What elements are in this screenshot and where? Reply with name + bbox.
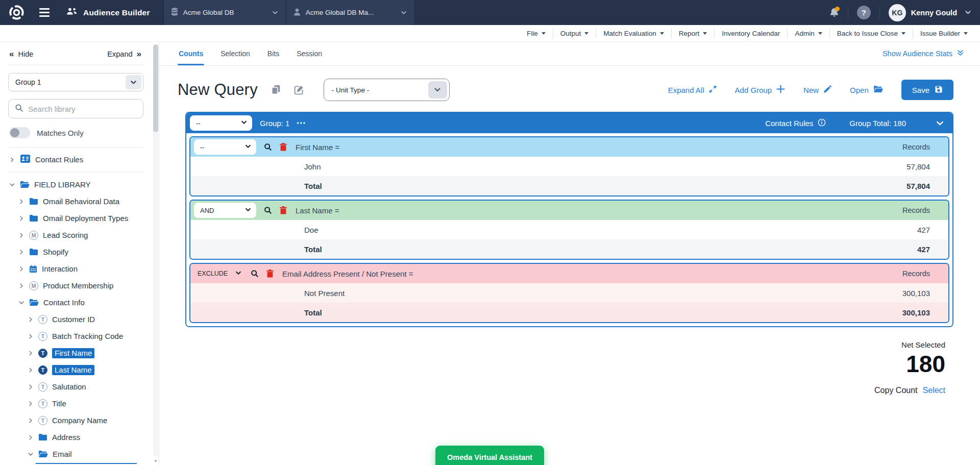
delete-criteria-icon[interactable] bbox=[266, 270, 274, 278]
tree-item-shopify[interactable]: Shopify bbox=[8, 243, 143, 260]
search-criteria-icon[interactable] bbox=[264, 206, 272, 214]
menu-item-back-to-issue-close[interactable]: Back to Issue Close bbox=[829, 29, 913, 38]
tree-item-omail-behavioral-data[interactable]: Omail Behavioral Data bbox=[8, 193, 143, 210]
menu-item-inventory-calendar[interactable]: Inventory Calendar bbox=[714, 29, 787, 38]
menu-item-admin[interactable]: Admin bbox=[787, 29, 829, 38]
expand-all-button[interactable]: Expand All bbox=[668, 85, 717, 94]
criteria-operator-select[interactable]: -- bbox=[194, 139, 256, 155]
open-query-button[interactable]: Open bbox=[850, 85, 883, 94]
folder-icon bbox=[38, 433, 47, 441]
scrollbar-thumb[interactable] bbox=[153, 44, 158, 132]
plus-icon bbox=[776, 85, 785, 95]
profile-selector[interactable]: Acme Global DB Ma... bbox=[286, 0, 415, 25]
tree-item-contact-info[interactable]: Contact Info bbox=[8, 294, 143, 311]
tree-item-title[interactable]: TTitle bbox=[8, 395, 143, 412]
save-button[interactable]: Save bbox=[901, 80, 953, 100]
omeda-logo-icon[interactable] bbox=[8, 4, 25, 21]
criteria-header: EXCLUDEEmail Address Present / Not Prese… bbox=[190, 264, 948, 283]
group-select[interactable]: Group 1 bbox=[8, 73, 143, 91]
folder-icon bbox=[29, 198, 38, 205]
menu-item-report[interactable]: Report bbox=[671, 29, 715, 38]
hamburger-menu-icon[interactable] bbox=[39, 8, 50, 17]
show-audience-stats-link[interactable]: Show Audience Stats bbox=[883, 48, 965, 59]
panel-controls: « Hide Expand » bbox=[8, 42, 143, 65]
expand-arrows-icon bbox=[709, 85, 717, 94]
tab-session[interactable]: Session bbox=[296, 42, 323, 65]
group-contact-rules-label: Contact Rules bbox=[765, 119, 813, 128]
caret-down-icon bbox=[703, 32, 707, 35]
pencil-icon bbox=[823, 85, 831, 95]
help-icon[interactable]: ? bbox=[857, 6, 871, 19]
collapse-group-chevron-icon[interactable] bbox=[936, 119, 944, 128]
omeda-virtual-assistant-button[interactable]: Omeda Virtual Assistant bbox=[435, 446, 544, 465]
criteria-total-label: Total bbox=[304, 182, 322, 190]
tree-item-batch-tracking-code[interactable]: TBatch Tracking Code bbox=[8, 328, 143, 345]
tabs-row: CountsSelectionBitsSession Show Audience… bbox=[159, 42, 980, 66]
tree-item-omail-deployment-types[interactable]: Omail Deployment Types bbox=[8, 210, 143, 227]
criteria-value-count: 300,103 bbox=[902, 289, 930, 298]
tree-item-interaction[interactable]: Interaction bbox=[8, 260, 143, 277]
tree-item-last-name[interactable]: TLast Name bbox=[8, 361, 143, 378]
user-menu-chevron-icon[interactable] bbox=[964, 9, 972, 16]
net-selected-value: 180 bbox=[159, 351, 945, 378]
tree-item-address[interactable]: Address bbox=[8, 429, 143, 446]
tree-item-label: Shopify bbox=[43, 248, 68, 256]
criteria-operator-select[interactable]: EXCLUDE bbox=[194, 266, 243, 281]
records-column-header: Records bbox=[902, 206, 930, 214]
rename-query-icon[interactable] bbox=[294, 85, 304, 95]
tree-item-lead-scoring[interactable]: MLead Scoring bbox=[8, 227, 143, 243]
copy-count-select-link[interactable]: Select bbox=[923, 386, 945, 395]
search-input[interactable] bbox=[28, 105, 137, 113]
criteria-operator-select[interactable]: AND bbox=[194, 203, 256, 218]
sidebar-scrollbar[interactable] bbox=[153, 44, 158, 457]
membership-field-icon: M bbox=[29, 281, 38, 290]
search-criteria-icon[interactable] bbox=[264, 143, 272, 151]
tab-bits[interactable]: Bits bbox=[266, 42, 280, 65]
criteria-value-row: Doe427 bbox=[190, 220, 948, 239]
tree-item-company-name[interactable]: TCompany Name bbox=[8, 412, 143, 429]
group-contact-rules-link[interactable]: Contact Rules bbox=[765, 118, 826, 128]
delete-criteria-icon[interactable] bbox=[280, 143, 287, 151]
user-avatar[interactable]: KG bbox=[889, 4, 906, 21]
expand-all-label: Expand All bbox=[668, 86, 704, 94]
scrollbar-down-arrow-icon[interactable]: ▾ bbox=[153, 459, 158, 463]
group-operator-select[interactable]: -- bbox=[190, 115, 252, 131]
tree-item-customer-id[interactable]: TCustomer ID bbox=[8, 311, 143, 328]
menu-bar: FileOutputMatch EvaluationReportInventor… bbox=[0, 25, 980, 42]
database-icon bbox=[171, 8, 178, 17]
criteria-total-row: Total300,103 bbox=[190, 303, 948, 322]
tree-item-field-library[interactable]: FIELD LIBRARY bbox=[8, 176, 143, 193]
tree-item-salutation[interactable]: TSalutation bbox=[8, 378, 143, 395]
new-query-button[interactable]: New bbox=[803, 85, 831, 95]
tree-item-first-name[interactable]: TFirst Name bbox=[8, 345, 143, 361]
database-selector[interactable]: Acme Global DB bbox=[164, 0, 286, 25]
matches-only-toggle[interactable] bbox=[9, 127, 30, 138]
folder-open-icon bbox=[38, 450, 48, 458]
folder-icon bbox=[29, 248, 38, 256]
menu-item-match-evaluation[interactable]: Match Evaluation bbox=[596, 29, 671, 38]
menu-item-file[interactable]: File bbox=[520, 29, 553, 38]
tree-item-product-membership[interactable]: MProduct Membership bbox=[8, 277, 143, 294]
delete-criteria-icon[interactable] bbox=[280, 206, 287, 214]
unit-type-select[interactable]: - Unit Type - bbox=[324, 79, 450, 101]
tree-item-email[interactable]: Email bbox=[8, 446, 143, 462]
tree-item-label: FIELD LIBRARY bbox=[34, 180, 91, 189]
caret-down-icon bbox=[901, 32, 905, 35]
search-criteria-icon[interactable] bbox=[251, 270, 259, 278]
menu-item-output[interactable]: Output bbox=[553, 29, 596, 38]
expand-panel-button[interactable]: Expand » bbox=[107, 50, 141, 58]
criteria-list: --First Name =RecordsJohn57,804Total57,8… bbox=[186, 133, 952, 326]
copy-query-icon[interactable] bbox=[271, 85, 281, 95]
chevron-down-icon bbox=[244, 206, 252, 215]
tab-selection[interactable]: Selection bbox=[219, 42, 251, 65]
top-navbar: Audience Builder Acme Global DB bbox=[0, 0, 980, 25]
add-group-button[interactable]: Add Group bbox=[735, 85, 786, 95]
sidebar-item-contact-rules[interactable]: Contact Rules bbox=[8, 148, 143, 172]
notifications-bell-icon[interactable] bbox=[829, 8, 839, 18]
criteria-total-value: 300,103 bbox=[902, 308, 930, 317]
drop-indicator-line bbox=[36, 463, 137, 464]
tab-counts[interactable]: Counts bbox=[178, 42, 204, 65]
menu-item-issue-builder[interactable]: Issue Builder bbox=[913, 29, 975, 38]
text-field-icon: T bbox=[38, 416, 47, 425]
hide-panel-button[interactable]: « Hide bbox=[9, 50, 33, 58]
